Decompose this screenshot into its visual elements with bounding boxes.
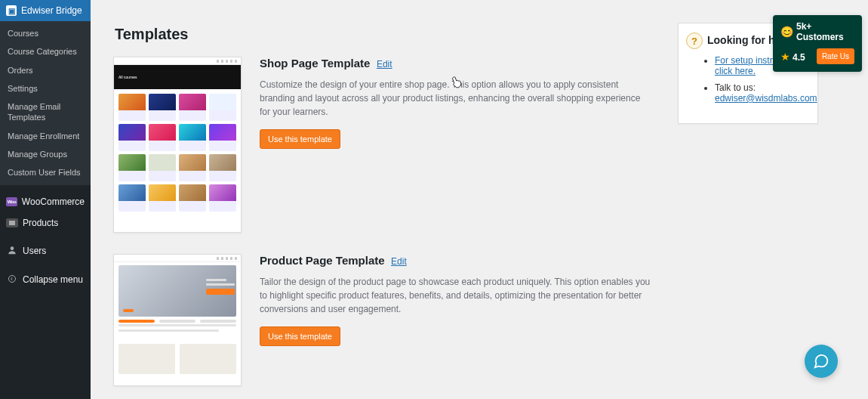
sidebar-item-settings[interactable]: Settings [0,79,91,97]
help-icon: ? [686,32,703,49]
template-title: Product Page Template [260,254,385,267]
rate-widget: 😊 5k+ Customers ★4.5 Rate Us [773,15,862,72]
sidebar-active-plugin[interactable]: ▣ Edwiser Bridge [0,0,91,21]
sidebar-item-email-templates[interactable]: Manage Email Templates [0,97,91,127]
rate-customers: 5k+ Customers [796,21,854,42]
sidebar-item-orders[interactable]: Orders [0,61,91,79]
chat-button[interactable] [805,345,838,378]
sidebar-item-custom-user-fields[interactable]: Custom User Fields [0,163,91,181]
help-link-email[interactable]: edwiser@wisdmlabs.com [715,93,817,104]
sidebar-item-manage-groups[interactable]: Manage Groups [0,145,91,163]
use-template-button-product[interactable]: Use this template [260,326,340,346]
nav-collapse[interactable]: Collapse menu [0,269,91,291]
template-row-product: Product Page Template Edit Tailor the de… [113,254,856,386]
sidebar-active-label: Edwiser Bridge [21,5,82,16]
sidebar-submenu: Courses Course Categories Orders Setting… [0,21,91,185]
use-template-button-shop[interactable]: Use this template [260,129,340,149]
edwiser-icon: ▣ [6,5,17,16]
nav-products-label: Products [23,218,58,228]
edit-link-product[interactable]: Edit [391,256,407,267]
svg-point-0 [11,246,14,250]
edit-link-shop[interactable]: Edit [377,59,392,70]
sidebar-item-course-categories[interactable]: Course Categories [0,42,91,60]
collapse-icon [6,274,18,286]
products-icon [6,218,18,227]
help-talk-prefix: Talk to us: [715,82,756,93]
nav-collapse-label: Collapse menu [23,274,83,285]
nav-woocommerce-label: WooCommerce [22,196,85,207]
star-icon: ★ [780,51,790,63]
template-title: Shop Page Template [260,57,370,70]
admin-sidebar: ▣ Edwiser Bridge Courses Course Categori… [0,0,91,399]
sidebar-item-courses[interactable]: Courses [0,24,91,42]
nav-users[interactable]: Users [0,240,91,263]
template-details-product: Product Page Template Edit Tailor the de… [260,254,652,386]
sidebar-item-manage-enrollment[interactable]: Manage Enrollment [0,127,91,145]
user-icon [6,245,18,258]
chat-icon [813,353,830,370]
template-description: Tailor the design of the product page to… [260,275,652,316]
thumb-hero-text: All courses [119,75,137,79]
svg-point-1 [9,275,16,282]
nav-products[interactable]: Products [0,212,91,234]
nav-woocommerce[interactable]: Woo WooCommerce [0,191,91,212]
template-thumbnail-shop[interactable]: All courses [113,57,242,233]
help-item-talk: Talk to us: edwiser@wisdmlabs.com [715,82,807,104]
template-thumbnail-product[interactable] [113,254,242,386]
rate-us-button[interactable]: Rate Us [817,48,854,64]
nav-users-label: Users [23,246,46,256]
smile-icon: 😊 [780,26,793,38]
rate-value: 4.5 [793,52,805,63]
woocommerce-icon: Woo [6,197,17,206]
